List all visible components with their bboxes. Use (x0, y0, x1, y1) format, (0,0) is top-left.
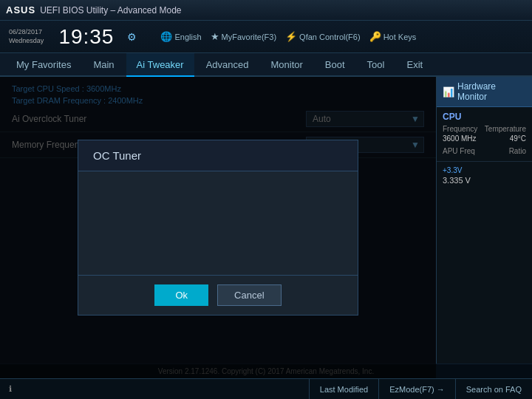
dialog-cancel-button[interactable]: Cancel (217, 284, 281, 306)
ratio-label: Ratio (509, 147, 526, 155)
main-content: Target CPU Speed : 3600MHz Target DRAM F… (0, 77, 532, 378)
ez-mode-button[interactable]: EzMode(F7) → (378, 379, 455, 400)
settings-icon[interactable]: ⚙ (127, 31, 137, 43)
cpu-extra-row: APU Freq Ratio (443, 147, 526, 155)
ez-mode-label: EzMode(F7) → (389, 385, 445, 394)
hw-voltage-section: +3.3V 3.335 V (437, 162, 532, 189)
apu-freq-label: APU Freq (443, 147, 475, 155)
tab-boot[interactable]: Boot (315, 53, 355, 77)
date-line2: Wednesday (9, 37, 44, 46)
last-modified-button[interactable]: Last Modified (309, 379, 378, 400)
dialog-title: OC Tuner (78, 140, 358, 171)
cpu-freq-value: 3600 MHz (443, 134, 477, 143)
tab-monitor[interactable]: Monitor (261, 53, 313, 77)
last-modified-label: Last Modified (320, 385, 368, 394)
util-qfan[interactable]: ⚡ Qfan Control(F6) (285, 31, 361, 42)
util-links: 🌐 English ★ MyFavorite(F3) ⚡ Qfan Contro… (160, 31, 416, 42)
monitor-icon: 📊 (443, 86, 454, 98)
tab-tool[interactable]: Tool (357, 53, 395, 77)
dialog-ok-button[interactable]: Ok (154, 284, 208, 306)
datetime-bar: 06/28/2017 Wednesday 19:35 ⚙ 🌐 English ★… (0, 21, 532, 53)
dialog-buttons: Ok Cancel (78, 275, 358, 315)
tab-my-favorites[interactable]: My Favorites (6, 53, 81, 77)
tab-ai-tweaker[interactable]: Ai Tweaker (126, 53, 194, 77)
search-faq-label: Search on FAQ (466, 385, 522, 394)
cpu-freq-label: Frequency (443, 125, 477, 133)
cpu-freq-row: Frequency Temperature (443, 125, 526, 133)
info-icon: ℹ (9, 384, 12, 393)
util-english[interactable]: 🌐 English (160, 31, 201, 42)
cpu-section-title: CPU (443, 112, 526, 122)
time-display: 19:35 (58, 25, 114, 49)
cpu-values-row: 3600 MHz 49°C (443, 134, 526, 143)
tab-main[interactable]: Main (83, 53, 124, 77)
dialog-body (78, 171, 358, 275)
cpu-temp-label: Temperature (485, 125, 526, 133)
fan-icon: ⚡ (285, 31, 297, 42)
util-english-label: English (174, 33, 201, 41)
util-hotkeys[interactable]: 🔑 Hot Keys (369, 31, 417, 42)
left-panel: Target CPU Speed : 3600MHz Target DRAM F… (0, 77, 436, 378)
util-qfan-label: Qfan Control(F6) (299, 33, 361, 41)
hw-monitor-title: Hardware Monitor (457, 81, 526, 102)
star-icon: ★ (211, 31, 219, 42)
bottom-bar: ℹ Last Modified EzMode(F7) → Search on F… (0, 378, 532, 399)
bottom-info: ℹ (0, 384, 21, 394)
date-block: 06/28/2017 Wednesday (9, 28, 44, 45)
voltage-label: +3.3V (443, 166, 526, 174)
nav-tabs: My Favorites Main Ai Tweaker Advanced Mo… (0, 53, 532, 77)
util-myfavorite[interactable]: ★ MyFavorite(F3) (211, 31, 277, 42)
asus-logo: ASUS (6, 4, 35, 16)
util-hotkeys-label: Hot Keys (383, 33, 417, 41)
right-panel: 📊 Hardware Monitor CPU Frequency Tempera… (436, 77, 532, 378)
topbar: ASUS UEFI BIOS Utility – Advanced Mode (0, 0, 532, 21)
key-icon: 🔑 (369, 31, 381, 42)
voltage-value: 3.335 V (443, 176, 526, 185)
cpu-section: CPU Frequency Temperature 3600 MHz 49°C … (437, 107, 532, 162)
globe-icon: 🌐 (160, 31, 172, 42)
search-faq-button[interactable]: Search on FAQ (455, 379, 532, 400)
cpu-temp-value: 49°C (510, 134, 526, 143)
tab-advanced[interactable]: Advanced (196, 53, 259, 77)
bios-title: UEFI BIOS Utility – Advanced Mode (40, 5, 526, 16)
util-myfavorite-label: MyFavorite(F3) (222, 33, 277, 41)
tab-exit[interactable]: Exit (396, 53, 433, 77)
oc-tuner-dialog: OC Tuner Ok Cancel (78, 140, 358, 316)
date-line1: 06/28/2017 (9, 28, 44, 37)
hw-monitor-header: 📊 Hardware Monitor (437, 77, 532, 107)
bottom-right: Last Modified EzMode(F7) → Search on FAQ (309, 379, 532, 400)
